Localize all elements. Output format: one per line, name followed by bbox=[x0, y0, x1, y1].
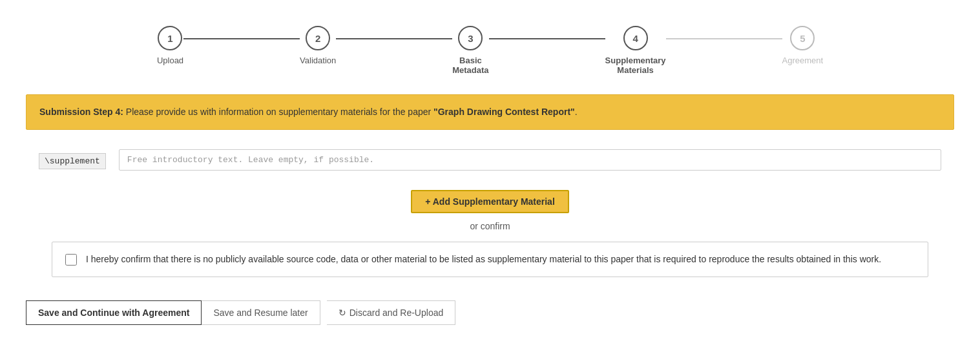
add-button-section: + Add Supplementary Material or confirm bbox=[26, 190, 954, 231]
confirm-section: I hereby confirm that there is no public… bbox=[52, 242, 928, 277]
step-connector-1 bbox=[183, 38, 300, 39]
step-circle-5: 5 bbox=[790, 26, 815, 50]
step-label-4: SupplementaryMaterials bbox=[605, 56, 666, 75]
discard-reupload-button[interactable]: ↻Discard and Re-Upload bbox=[327, 300, 456, 325]
step-4: 4 SupplementaryMaterials bbox=[605, 26, 666, 75]
step-1: 1 Upload bbox=[157, 26, 183, 65]
step-connector-4 bbox=[666, 38, 782, 39]
supplement-text-input[interactable] bbox=[119, 149, 941, 171]
step-label-5: Agreement bbox=[782, 56, 824, 65]
step-circle-2: 2 bbox=[306, 26, 330, 50]
step-connector-3 bbox=[489, 38, 605, 39]
supplement-field-input-wrapper bbox=[119, 149, 941, 171]
save-resume-button[interactable]: Save and Resume later bbox=[202, 300, 320, 325]
step-label-1: Upload bbox=[157, 56, 183, 65]
step-2: 2 Validation bbox=[300, 26, 336, 65]
banner-suffix: . bbox=[575, 107, 578, 117]
banner-paper-title: "Graph Drawing Contest Report" bbox=[433, 107, 575, 117]
add-supplementary-button[interactable]: + Add Supplementary Material bbox=[411, 190, 569, 213]
supplement-field-label: \supplement bbox=[39, 153, 106, 169]
stepper: 1 Upload 2 Validation 3 BasicMetadata 4 … bbox=[26, 13, 954, 94]
step-connector-2 bbox=[336, 38, 452, 39]
confirm-text: I hereby confirm that there is no public… bbox=[86, 253, 881, 266]
submission-banner: Submission Step 4: Please provide us wit… bbox=[26, 94, 954, 130]
save-continue-button[interactable]: Save and Continue with Agreement bbox=[26, 300, 202, 325]
page-container: 1 Upload 2 Validation 3 BasicMetadata 4 … bbox=[0, 0, 980, 345]
discard-label: Discard and Re-Upload bbox=[349, 308, 444, 318]
banner-prefix: Submission Step 4: bbox=[39, 107, 123, 117]
step-5: 5 Agreement bbox=[782, 26, 824, 65]
step-circle-1: 1 bbox=[158, 26, 182, 50]
or-confirm-label: or confirm bbox=[470, 221, 510, 231]
step-circle-3: 3 bbox=[458, 26, 483, 50]
step-label-3: BasicMetadata bbox=[452, 56, 488, 75]
bottom-buttons: Save and Continue with Agreement Save an… bbox=[26, 288, 954, 325]
step-label-2: Validation bbox=[300, 56, 336, 65]
refresh-icon: ↻ bbox=[339, 308, 346, 318]
step-3: 3 BasicMetadata bbox=[452, 26, 488, 75]
step-circle-4: 4 bbox=[623, 26, 648, 50]
banner-message: Please provide us with information on su… bbox=[123, 107, 433, 117]
confirm-checkbox[interactable] bbox=[65, 254, 77, 266]
supplement-form-section: \supplement bbox=[26, 149, 954, 171]
